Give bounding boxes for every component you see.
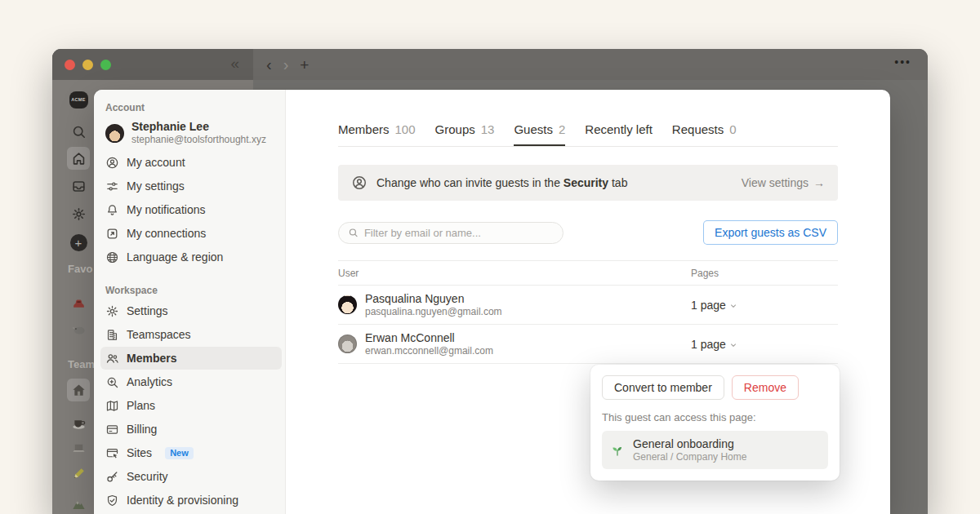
accessible-page-item[interactable]: General onboarding General / Company Hom… bbox=[602, 431, 828, 469]
guest-cell: Erwan McConnell erwan.mcconnell@gmail.co… bbox=[338, 331, 691, 357]
guest-actions-popover: Convert to member Remove This guest can … bbox=[590, 365, 840, 481]
shield-check-icon bbox=[105, 494, 119, 507]
plus-icon: + bbox=[70, 234, 87, 251]
gear-icon bbox=[71, 206, 87, 222]
sidebar-page-phone[interactable] bbox=[67, 291, 90, 314]
tab-requests[interactable]: Requests 0 bbox=[672, 122, 737, 146]
pencil-emoji-icon bbox=[71, 466, 87, 481]
back-icon[interactable]: ‹ bbox=[266, 56, 272, 73]
sidebar-page-laptop[interactable] bbox=[67, 436, 90, 459]
pages-count-label: 1 page bbox=[691, 338, 726, 351]
sidebar-item-plans[interactable]: Plans bbox=[100, 394, 282, 417]
magnifier-plus-icon bbox=[105, 375, 119, 389]
sliders-icon bbox=[105, 179, 119, 193]
sidebar-home-button[interactable] bbox=[67, 147, 90, 170]
rhino-emoji-icon bbox=[71, 321, 87, 337]
account-user-row[interactable]: Stephanie Lee stephanie@toolsforthought.… bbox=[94, 117, 285, 151]
sidebar-item-teamspaces[interactable]: Teamspaces bbox=[100, 323, 282, 346]
page-title: General onboarding bbox=[633, 436, 746, 451]
guest-filter-input[interactable] bbox=[364, 227, 554, 239]
sidebar-page-house[interactable] bbox=[67, 379, 90, 401]
sidebar-page-rhino[interactable] bbox=[67, 317, 90, 340]
banner-text: Change who can invite guests in the Secu… bbox=[376, 176, 733, 189]
sidebar-page-pencil[interactable] bbox=[67, 462, 90, 485]
remove-guest-button[interactable]: Remove bbox=[732, 375, 799, 400]
export-guests-csv-button[interactable]: Export guests as CSV bbox=[703, 220, 838, 245]
sidebar-item-label: Teamspaces bbox=[127, 328, 191, 341]
tab-recently-left[interactable]: Recently left bbox=[585, 122, 653, 146]
view-settings-link[interactable]: View settings → bbox=[742, 176, 825, 189]
workspace-section-label: Workspace bbox=[105, 285, 274, 296]
arrow-right-icon: → bbox=[813, 176, 825, 189]
new-tab-icon[interactable]: + bbox=[300, 57, 309, 73]
member-tabs: Members 100 Groups 13 Guests 2 Recently … bbox=[338, 122, 838, 147]
sidebar-item-identity-provisioning[interactable]: Identity & provisioning bbox=[100, 489, 282, 512]
globe-icon bbox=[105, 250, 119, 264]
minimize-window-button[interactable] bbox=[82, 60, 93, 70]
guest-email: pasqualina.nguyen@gmail.com bbox=[365, 306, 502, 318]
guests-toolbar: Export guests as CSV bbox=[338, 220, 838, 245]
guest-filter-field[interactable] bbox=[338, 222, 564, 244]
acme-logo-icon: ACME bbox=[69, 91, 88, 109]
tab-label: Groups bbox=[435, 122, 475, 136]
bell-icon bbox=[105, 203, 119, 217]
close-window-button[interactable] bbox=[65, 60, 75, 70]
sidebar-page-mountain[interactable] bbox=[67, 493, 90, 514]
building-icon bbox=[105, 328, 119, 342]
sidebar-item-my-settings[interactable]: My settings bbox=[100, 175, 282, 197]
traffic-lights bbox=[65, 60, 111, 70]
tab-navigation: ‹ › + bbox=[266, 49, 309, 80]
more-options-icon[interactable]: ••• bbox=[894, 55, 911, 69]
sidebar-inbox-button[interactable] bbox=[67, 175, 90, 197]
guest-cell: Pasqualina Nguyen pasqualina.nguyen@gmai… bbox=[338, 292, 691, 318]
tab-members[interactable]: Members 100 bbox=[338, 122, 416, 146]
tab-label: Members bbox=[338, 122, 390, 136]
sidebar-new-page-button[interactable]: + bbox=[67, 231, 90, 254]
table-row[interactable]: Erwan McConnell erwan.mcconnell@gmail.co… bbox=[338, 325, 838, 364]
sidebar-item-label: My settings bbox=[127, 179, 185, 193]
tab-count: 13 bbox=[481, 122, 495, 136]
sidebar-item-my-account[interactable]: My account bbox=[100, 151, 282, 174]
sidebar-item-settings[interactable]: Settings bbox=[100, 299, 282, 322]
tab-label: Requests bbox=[672, 122, 724, 136]
sidebar-item-label: Security bbox=[127, 470, 168, 483]
sidebar-item-label: Identity & provisioning bbox=[127, 494, 238, 507]
sidebar-item-security[interactable]: Security bbox=[100, 465, 282, 488]
forward-icon[interactable]: › bbox=[283, 56, 289, 73]
sidebar-item-my-connections[interactable]: My connections bbox=[100, 222, 282, 245]
phone-emoji-icon bbox=[71, 295, 87, 311]
sidebar-item-language-region[interactable]: Language & region bbox=[100, 246, 282, 268]
view-settings-label: View settings bbox=[742, 176, 808, 189]
sidebar-settings-button[interactable] bbox=[67, 202, 90, 225]
sidebar-item-members[interactable]: Members bbox=[100, 347, 282, 370]
user-avatar bbox=[105, 124, 124, 143]
convert-to-member-button[interactable]: Convert to member bbox=[602, 375, 724, 400]
popover-buttons: Convert to member Remove bbox=[602, 375, 828, 400]
pages-dropdown[interactable]: 1 page bbox=[691, 299, 838, 312]
sidebar-item-my-notifications[interactable]: My notifications bbox=[100, 198, 282, 221]
map-icon bbox=[105, 399, 119, 413]
collapse-sidebar-icon[interactable]: « bbox=[230, 55, 239, 73]
pages-count-label: 1 page bbox=[691, 299, 726, 312]
tab-groups[interactable]: Groups 13 bbox=[435, 122, 495, 146]
inbox-icon bbox=[71, 179, 87, 194]
house-emoji-icon bbox=[71, 383, 87, 398]
tab-guests[interactable]: Guests 2 bbox=[514, 122, 565, 146]
sidebar-page-coffee[interactable] bbox=[67, 411, 90, 434]
table-row[interactable]: Pasqualina Nguyen pasqualina.nguyen@gmai… bbox=[338, 286, 838, 325]
guest-name: Pasqualina Nguyen bbox=[365, 292, 502, 306]
guest-name: Erwan McConnell bbox=[365, 331, 493, 345]
browser-cursor-icon bbox=[105, 446, 119, 460]
popover-caption: This guest can access this page: bbox=[602, 411, 828, 423]
table-header: User Pages bbox=[338, 260, 838, 286]
sidebar-item-billing[interactable]: Billing bbox=[100, 418, 282, 441]
workspace-logo[interactable]: ACME bbox=[67, 88, 90, 111]
pages-dropdown[interactable]: 1 page bbox=[691, 338, 838, 351]
sidebar-item-analytics[interactable]: Analytics bbox=[100, 370, 282, 393]
favorites-section-label: Favo bbox=[68, 263, 92, 275]
zoom-window-button[interactable] bbox=[100, 60, 111, 70]
sidebar-item-sites[interactable]: Sites New bbox=[100, 441, 282, 464]
seedling-icon bbox=[610, 443, 625, 458]
sidebar-search-button[interactable] bbox=[67, 120, 90, 143]
tab-count: 2 bbox=[559, 122, 565, 136]
